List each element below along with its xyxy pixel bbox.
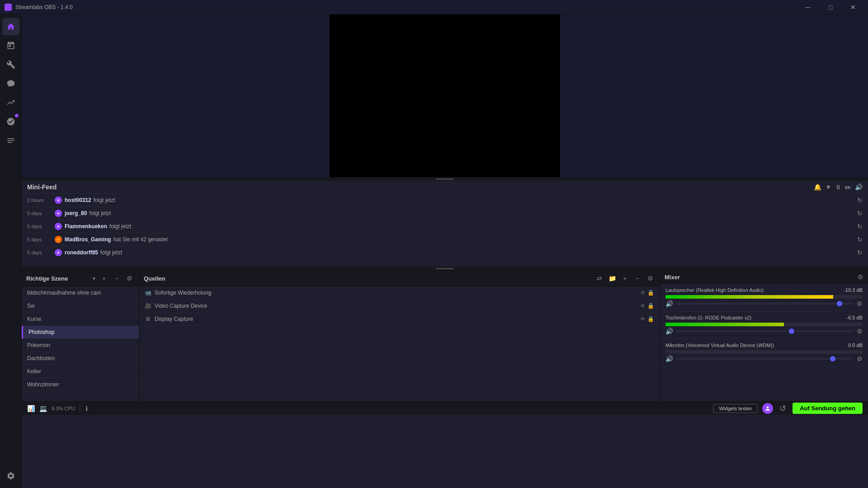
mixer-settings-icon[interactable]: ⚙ — [857, 355, 863, 362]
scene-item-wohnzimmer[interactable]: Wohnzimmer — [22, 378, 139, 391]
feed-type-icon: ♥ — [55, 197, 62, 204]
source-eye-button[interactable]: 👁 — [640, 290, 646, 296]
app-container: Mini-Feed 🔔 ▼ ⏸ ⏭ 🔊 2 hours ♥ host00312 … — [0, 14, 868, 488]
mixer-item-header: Mikrofon (Voicemod Virtual Audio Device … — [665, 343, 863, 348]
scene-item-dachboden[interactable]: Dachboden — [22, 352, 139, 365]
sources-add-button[interactable]: + — [620, 273, 630, 283]
source-eye-button[interactable]: 👁 — [640, 316, 646, 322]
mixer-item-mic2: Mikrofon (Voicemod Virtual Audio Device … — [660, 339, 868, 366]
feed-time: 5 days — [27, 250, 52, 255]
mixer-volume-icon[interactable]: 🔊 — [665, 300, 673, 307]
scenes-panel-header: Richtige Szene ▼ + − ⚙ — [22, 271, 139, 286]
statusbar-bar-icon[interactable]: 📊 — [27, 405, 35, 412]
sources-transition-button[interactable]: ⇄ — [594, 273, 604, 283]
user-avatar[interactable] — [762, 403, 773, 414]
mixer-controls-row: 🔊 ⚙ — [665, 328, 863, 335]
scenes-panel: Richtige Szene ▼ + − ⚙ bildschirmaufnahm… — [22, 271, 139, 401]
mixer-slider-thumb[interactable] — [789, 328, 794, 334]
sidebar-item-editor[interactable] — [2, 132, 19, 149]
sidebar-item-events[interactable] — [2, 37, 19, 54]
left-preview — [22, 14, 330, 177]
sidebar-item-stats[interactable] — [2, 94, 19, 111]
scene-list: bildschirmaufnahme ohne camSwKursePhotos… — [22, 286, 139, 401]
mixer-slider-track[interactable] — [676, 330, 854, 332]
titlebar-controls: ─ □ ✕ — [797, 0, 863, 14]
sidebar-item-alert-box[interactable] — [2, 113, 19, 130]
mini-feed-skip-icon[interactable]: ⏭ — [845, 183, 851, 191]
mixer-volume-icon[interactable]: 🔊 — [665, 355, 673, 362]
mixer-settings-icon[interactable]: ⚙ — [857, 328, 863, 335]
source-name: Sofortige Wiederholung — [155, 290, 637, 296]
scenes-remove-button[interactable]: − — [112, 273, 122, 283]
mixer-slider-thumb[interactable] — [837, 301, 842, 306]
mixer-header: Mixer ⚙ — [660, 271, 868, 284]
preview-area — [22, 14, 868, 177]
sidebar-item-settings[interactable] — [2, 467, 19, 484]
minimize-button[interactable]: ─ — [797, 0, 818, 14]
sources-settings-button[interactable]: ⚙ — [645, 273, 655, 283]
mixer-slider-track[interactable] — [676, 303, 854, 305]
mixer-item-header: Tischmikrofon (2- RODE Podcaster v2) -6.… — [665, 315, 863, 320]
source-item-replay[interactable]: 📹 Sofortige Wiederholung 👁 🔒 — [139, 286, 660, 300]
close-button[interactable]: ✕ — [843, 0, 863, 14]
feed-username: joerg_80 — [65, 210, 87, 216]
mixer-item-db: 0.0 dB — [848, 343, 863, 348]
go-live-button[interactable]: Auf Sendung gehen — [793, 403, 863, 414]
preview-resize-handle[interactable] — [22, 177, 868, 181]
sources-folder-button[interactable]: 📁 — [607, 273, 617, 283]
maximize-button[interactable]: □ — [820, 0, 841, 14]
source-lock-button[interactable]: 🔒 — [647, 290, 654, 296]
feed-refresh-icon[interactable]: ↻ — [857, 210, 863, 217]
sidebar-item-tools[interactable] — [2, 56, 19, 73]
mini-feed-controls: 🔔 ▼ ⏸ ⏭ 🔊 — [814, 183, 863, 191]
mixer-items: Lautsprecher (Realtek High Definition Au… — [660, 284, 868, 366]
bottom-resize-handle[interactable] — [22, 267, 868, 270]
feed-refresh-icon[interactable]: ↻ — [857, 249, 863, 256]
source-name: Display Capture — [155, 316, 637, 322]
scene-item-kurse[interactable]: Kurse — [22, 313, 139, 326]
source-eye-button[interactable]: 👁 — [640, 303, 646, 309]
source-item-video-capture[interactable]: 🎥 Video Capture Device 👁 🔒 — [139, 300, 660, 313]
scenes-settings-button[interactable]: ⚙ — [124, 273, 134, 283]
scene-item-photoshop[interactable]: Photoshop — [22, 326, 139, 339]
mini-feed-title: Mini-Feed — [27, 183, 57, 191]
source-lock-button[interactable]: 🔒 — [647, 303, 654, 309]
scene-item-pokemon[interactable]: Pokemon — [22, 339, 139, 352]
scene-item-bildschirmaufnahme[interactable]: bildschirmaufnahme ohne cam — [22, 286, 139, 300]
source-name: Video Capture Device — [155, 303, 637, 309]
mini-feed-filter2-icon[interactable]: ▼ — [825, 183, 831, 191]
mixer-slider-track[interactable] — [676, 358, 854, 360]
test-widgets-button[interactable]: Widgets testen — [713, 404, 758, 413]
scenes-add-button[interactable]: + — [99, 273, 109, 283]
feed-refresh-icon[interactable]: ↻ — [857, 236, 863, 243]
mini-feed-pause-icon[interactable]: ⏸ — [835, 183, 841, 191]
scenes-panel-title: Richtige Szene — [26, 275, 89, 282]
titlebar: Streamlabs OBS - 1.4.0 ─ □ ✕ — [0, 0, 868, 14]
feed-username: roneddorff85 — [65, 249, 98, 256]
feed-refresh-icon[interactable]: ↻ — [857, 223, 863, 230]
feed-username: host00312 — [65, 197, 91, 203]
feed-items-container: 2 hours ♥ host00312 folgt jetzt ↻ 5 days… — [22, 194, 868, 259]
sources-remove-button[interactable]: − — [632, 273, 642, 283]
scenes-dropdown-icon[interactable]: ▼ — [92, 276, 96, 281]
mixer-slider-thumb[interactable] — [830, 356, 835, 361]
source-lock-button[interactable]: 🔒 — [647, 316, 654, 322]
scene-item-sw[interactable]: Sw — [22, 300, 139, 313]
mixer-item-db: -10.3 dB — [844, 287, 863, 293]
reset-button[interactable]: ↺ — [778, 404, 788, 413]
mini-feed-filter-icon[interactable]: 🔔 — [814, 183, 821, 191]
statusbar-info-icon[interactable]: ℹ — [85, 405, 88, 412]
mixer-settings-icon[interactable]: ⚙ — [857, 300, 863, 307]
sidebar-item-themes[interactable] — [2, 75, 19, 92]
mixer-controls-row: 🔊 ⚙ — [665, 355, 863, 362]
mixer-level-fill — [665, 323, 784, 326]
feed-refresh-icon[interactable]: ↻ — [857, 197, 863, 204]
scene-item-keller[interactable]: Keller — [22, 365, 139, 378]
feed-type-icon: ♥ — [55, 223, 62, 230]
mixer-settings-button[interactable]: ⚙ — [858, 273, 863, 281]
mixer-volume-icon[interactable]: 🔊 — [665, 328, 673, 335]
source-item-display-capture[interactable]: 🖥 Display Capture 👁 🔒 — [139, 313, 660, 326]
mini-feed-volume-icon[interactable]: 🔊 — [855, 183, 863, 191]
bottom-panels: Richtige Szene ▼ + − ⚙ bildschirmaufnahm… — [22, 270, 868, 401]
sidebar-item-home[interactable] — [2, 18, 19, 35]
